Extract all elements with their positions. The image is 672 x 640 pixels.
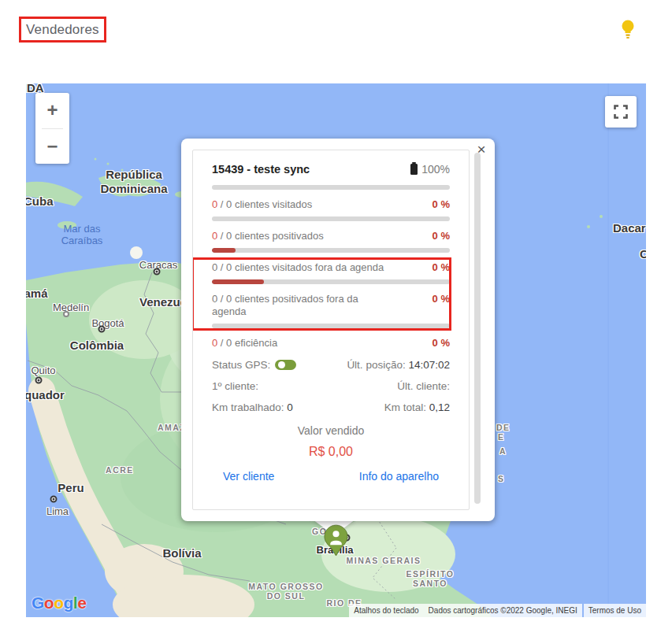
infowindow: × 15439 - teste sync 100% 0 / 0 clientes… xyxy=(181,139,495,521)
map-label-defrag: DE xyxy=(496,423,510,432)
sold-label: Valor vendido xyxy=(212,424,450,437)
zoom-out-button[interactable]: − xyxy=(35,129,69,165)
battery-status: 100% xyxy=(410,163,450,176)
map-label-quito-dot xyxy=(35,377,43,384)
map-canvas[interactable]: FLÓRIDACubaRepública DominicanaMar das C… xyxy=(26,83,646,617)
map-label-afrag: A xyxy=(499,446,507,456)
terms-of-use-link[interactable]: Termos de Uso xyxy=(584,604,646,617)
google-logo[interactable]: Google xyxy=(32,594,86,612)
map-label-equador: Equador xyxy=(26,388,65,402)
page: Vendedores xyxy=(0,0,672,640)
map-attribution: Atalhos do teclado Dados cartográficos ©… xyxy=(349,604,646,617)
zoom-control: + − xyxy=(35,93,69,164)
stat-row: 0 / 0 eficiência0 % xyxy=(212,337,450,350)
sold-value: R$ 0,00 xyxy=(212,445,450,459)
last-client-label: Últ. cliente: xyxy=(397,380,450,392)
map-label-medellin-dot xyxy=(63,311,69,317)
battery-icon xyxy=(410,164,418,175)
map-label-caracas: Caracas xyxy=(139,259,177,271)
page-title: Vendedores xyxy=(26,22,99,37)
last-position-value: 14:07:02 xyxy=(408,359,450,371)
google-logo-letter: o xyxy=(44,594,54,612)
last-position-label: Últ. posição: xyxy=(347,359,405,371)
links-row: Ver cliente Info do aparelho xyxy=(212,470,450,483)
map-label-bolivia: Bolívia xyxy=(162,546,201,560)
gps-row: Status GPS: Últ. posição: 14:07:02 xyxy=(212,359,450,371)
progress-bar-top xyxy=(212,185,450,190)
google-logo-letter: o xyxy=(54,594,63,612)
map-label-espirito: ESPÍRITO SANTO xyxy=(407,569,455,589)
annotated-stats: 0 / 0 clientes visitados fora da agenda0… xyxy=(212,261,450,328)
fullscreen-icon xyxy=(613,104,629,120)
map-label-quito: Quito xyxy=(31,364,55,376)
map-label-cuba: Cuba xyxy=(26,194,54,209)
stats-section-after: 0 / 0 eficiência0 % xyxy=(212,337,450,350)
lightbulb-icon[interactable] xyxy=(620,19,636,40)
map-label-peru: Peru xyxy=(58,481,84,495)
keyboard-shortcuts-button[interactable]: Atalhos do teclado xyxy=(349,604,423,617)
progress-bar xyxy=(212,216,450,221)
map-label-matogrosso: MATO GROSSO DO SUL xyxy=(248,582,323,601)
map-label-caraibas: Mar das Caraíbas xyxy=(61,223,103,247)
progress-bar xyxy=(212,324,450,328)
last-position: Últ. posição: 14:07:02 xyxy=(347,359,450,371)
progress-bar xyxy=(212,248,450,253)
gps-status-label: Status GPS: xyxy=(212,359,270,371)
km-worked-label: Km trabalhado: xyxy=(212,401,284,413)
map-label-panama: Panamá xyxy=(26,287,48,301)
km-total-value: 0,12 xyxy=(429,401,450,413)
battery-level: 100% xyxy=(421,163,450,176)
km-total-label: Km total: xyxy=(384,401,426,413)
km-worked: Km trabalhado: 0 xyxy=(212,401,293,413)
stats-section: 0 / 0 clientes visitados0 %0 / 0 cliente… xyxy=(212,198,450,253)
gps-toggle[interactable] xyxy=(275,360,296,370)
map-label-sfrag: S xyxy=(498,474,505,483)
km-total: Km total: 0,12 xyxy=(384,401,450,413)
google-logo-letter: G xyxy=(32,594,44,612)
google-logo-letter: g xyxy=(64,594,73,612)
map-data-attribution: Dados cartográficos ©2022 Google, INEGI xyxy=(424,604,582,617)
stat-row: 0 / 0 clientes visitados fora da agenda0… xyxy=(212,261,450,284)
fullscreen-button[interactable] xyxy=(605,96,637,128)
infowindow-scrollbar[interactable] xyxy=(474,153,481,504)
stat-row: 0 / 0 clientes visitados0 % xyxy=(212,198,450,221)
map-label-repdom: República Dominicana xyxy=(100,168,167,195)
km-row: Km trabalhado: 0 Km total: 0,12 xyxy=(212,401,450,413)
zoom-in-button[interactable]: + xyxy=(35,93,69,128)
map-label-minas: MINAS GERAIS xyxy=(346,556,421,565)
gps-status: Status GPS: xyxy=(212,359,296,371)
map-label-cfrag: C xyxy=(640,247,646,261)
vendor-title: 15439 - teste sync xyxy=(212,163,310,176)
header: Vendedores xyxy=(26,14,646,63)
map-label-bogota: Bogotá xyxy=(91,317,124,329)
map-label-medellin: Medelín xyxy=(53,302,89,313)
stat-row: 0 / 0 clientes positivados fora da agend… xyxy=(212,293,450,328)
km-worked-value: 0 xyxy=(287,401,293,413)
map-label-efrag: E xyxy=(498,432,505,442)
map-label-acre: ACRE xyxy=(106,465,134,475)
vendor-title-row: 15439 - teste sync 100% xyxy=(212,163,450,176)
google-logo-letter: e xyxy=(77,594,86,612)
ver-cliente-link[interactable]: Ver cliente xyxy=(223,470,274,483)
page-title-annotation: Vendedores xyxy=(26,22,99,38)
clients-row: 1º cliente: Últ. cliente: xyxy=(212,380,450,392)
map-label-colombia: Colômbia xyxy=(70,338,124,353)
map-label-lima: Lima xyxy=(46,505,69,517)
map-label-caracas-dot xyxy=(154,268,161,276)
map-label-lima-dot xyxy=(50,496,58,503)
map-label-bogota-dot xyxy=(98,326,106,333)
info-aparelho-link[interactable]: Info do aparelho xyxy=(359,470,439,483)
vendor-card: 15439 - teste sync 100% 0 / 0 clientes v… xyxy=(192,150,470,510)
map-label-dacar: Dacar xyxy=(613,221,646,235)
vendor-marker-pin[interactable] xyxy=(324,524,348,557)
first-client-label: 1º cliente: xyxy=(212,380,258,392)
progress-bar xyxy=(212,279,450,284)
annotated-stats-rows: 0 / 0 clientes visitados fora da agenda0… xyxy=(212,261,450,328)
stat-row: 0 / 0 clientes positivados0 % xyxy=(212,230,450,253)
